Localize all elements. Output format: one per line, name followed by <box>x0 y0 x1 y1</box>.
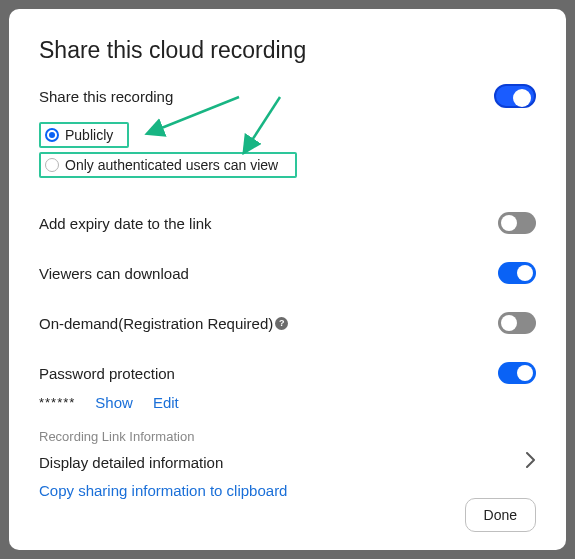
ondemand-text: On-demand(Registration Required) <box>39 315 273 332</box>
display-detailed-label: Display detailed information <box>39 454 223 471</box>
expiry-toggle[interactable] <box>498 212 536 234</box>
toggle-knob <box>517 365 533 381</box>
modal-title: Share this cloud recording <box>39 37 536 64</box>
radio-auth-label: Only authenticated users can view <box>65 157 278 173</box>
copy-sharing-link[interactable]: Copy sharing information to clipboard <box>39 482 536 499</box>
modal-footer: Done <box>465 498 536 532</box>
password-actions-row: ****** Show Edit <box>39 394 536 411</box>
visibility-radio-group: Publicly Only authenticated users can vi… <box>39 122 536 182</box>
toggle-knob <box>501 315 517 331</box>
help-icon[interactable]: ? <box>275 317 288 330</box>
chevron-right-icon <box>526 452 536 472</box>
share-recording-label: Share this recording <box>39 88 173 105</box>
edit-password-link[interactable]: Edit <box>153 394 179 411</box>
password-mask: ****** <box>39 395 75 410</box>
radio-publicly-label: Publicly <box>65 127 113 143</box>
ondemand-row: On-demand(Registration Required) ? <box>39 312 536 334</box>
download-toggle[interactable] <box>498 262 536 284</box>
ondemand-label: On-demand(Registration Required) ? <box>39 315 288 332</box>
done-button[interactable]: Done <box>465 498 536 532</box>
toggle-knob <box>513 89 531 107</box>
radio-option-auth[interactable]: Only authenticated users can view <box>39 152 297 178</box>
radio-auth-input[interactable] <box>45 158 59 172</box>
expiry-label: Add expiry date to the link <box>39 215 212 232</box>
share-recording-modal: Share this cloud recording Share this re… <box>9 9 566 550</box>
display-detailed-row[interactable]: Display detailed information <box>39 452 536 472</box>
download-row: Viewers can download <box>39 262 536 284</box>
radio-publicly-input[interactable] <box>45 128 59 142</box>
share-recording-toggle[interactable] <box>494 84 536 108</box>
download-label: Viewers can download <box>39 265 189 282</box>
show-password-link[interactable]: Show <box>95 394 133 411</box>
toggle-knob <box>501 215 517 231</box>
radio-option-publicly[interactable]: Publicly <box>39 122 129 148</box>
share-recording-row: Share this recording <box>39 84 536 108</box>
toggle-knob <box>517 265 533 281</box>
password-label: Password protection <box>39 365 175 382</box>
recording-link-section-label: Recording Link Information <box>39 429 536 444</box>
expiry-row: Add expiry date to the link <box>39 212 536 234</box>
ondemand-toggle[interactable] <box>498 312 536 334</box>
password-toggle[interactable] <box>498 362 536 384</box>
password-row: Password protection <box>39 362 536 384</box>
